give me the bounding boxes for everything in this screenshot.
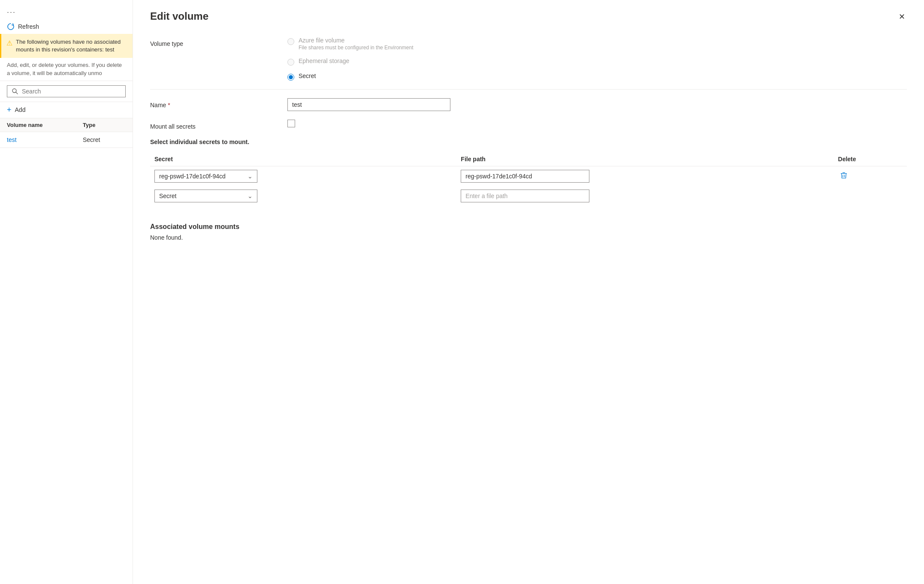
associated-section: Associated volume mounts None found. <box>150 223 907 241</box>
name-input[interactable] <box>287 98 450 111</box>
refresh-icon <box>7 23 15 30</box>
secrets-heading: Select individual secrets to mount. <box>150 138 907 145</box>
search-box <box>7 85 126 97</box>
secret-row-2: Secret ⌄ <box>150 186 907 206</box>
search-container <box>0 81 133 102</box>
file-path-input-2[interactable] <box>461 190 589 202</box>
mount-all-section: Mount all secrets <box>150 120 907 130</box>
panel-title: Edit volume <box>150 10 208 22</box>
right-panel: Edit volume ✕ Volume type Azure file vol… <box>133 0 924 584</box>
secrets-section: Select individual secrets to mount. Secr… <box>150 138 907 206</box>
add-label: Add <box>15 106 26 113</box>
name-controls <box>287 98 907 111</box>
add-icon: + <box>7 105 12 114</box>
add-button[interactable]: + Add <box>0 102 133 118</box>
secret-row-1: reg-pswd-17de1c0f-94cd ⌄ <box>150 166 907 187</box>
search-icon <box>12 88 18 95</box>
info-text: Add, edit, or delete your volumes. If yo… <box>0 58 133 81</box>
delete-button-1[interactable] <box>838 170 849 183</box>
mount-all-checkbox[interactable] <box>287 120 295 127</box>
search-input[interactable] <box>22 88 121 95</box>
refresh-button[interactable]: Refresh <box>0 19 133 34</box>
dropdown-arrow-2: ⌄ <box>248 193 253 199</box>
left-panel: ... Refresh ⚠ The following volumes have… <box>0 0 133 584</box>
table-header: Volume name Type <box>0 118 133 132</box>
breadcrumb-dots: ... <box>0 0 133 19</box>
close-button[interactable]: ✕ <box>897 10 907 23</box>
column-type: Type <box>83 122 126 128</box>
delete-icon-1 <box>840 172 848 179</box>
warning-icon: ⚠ <box>6 39 12 48</box>
associated-empty: None found. <box>150 234 907 241</box>
name-section: Name <box>150 98 907 111</box>
divider-1 <box>150 89 907 90</box>
secret-dropdown-1[interactable]: reg-pswd-17de1c0f-94cd ⌄ <box>154 170 257 183</box>
col-filepath-header: File path <box>456 152 833 166</box>
radio-azure[interactable] <box>287 38 294 45</box>
secret-dropdown-2-value: Secret <box>159 193 176 199</box>
radio-option-azure: Azure file volume File shares must be co… <box>287 37 907 51</box>
col-delete-header: Delete <box>834 152 907 166</box>
radio-secret[interactable] <box>287 74 294 81</box>
volume-type-section: Volume type Azure file volume File share… <box>150 37 907 81</box>
mount-all-label: Mount all secrets <box>150 120 287 130</box>
volume-type-cell: Secret <box>83 136 126 143</box>
svg-rect-2 <box>841 173 847 174</box>
radio-ephemeral-label: Ephemeral storage <box>299 57 349 64</box>
dropdown-arrow-1: ⌄ <box>248 173 253 180</box>
radio-option-ephemeral: Ephemeral storage <box>287 57 907 66</box>
radio-option-secret: Secret <box>287 72 907 81</box>
panel-header: Edit volume ✕ <box>150 10 907 23</box>
radio-azure-sublabel: File shares must be configured in the En… <box>299 45 413 51</box>
secret-dropdown-2[interactable]: Secret ⌄ <box>154 190 257 202</box>
volume-type-controls: Azure file volume File shares must be co… <box>287 37 907 81</box>
name-label: Name <box>150 98 287 108</box>
volume-type-label: Volume type <box>150 37 287 47</box>
table-row: test Secret <box>0 132 133 148</box>
col-secret-header: Secret <box>150 152 456 166</box>
warning-banner: ⚠ The following volumes have no associat… <box>0 34 133 58</box>
column-volume-name: Volume name <box>7 122 83 128</box>
file-path-input-1[interactable] <box>461 170 589 183</box>
radio-ephemeral[interactable] <box>287 59 294 66</box>
close-icon: ✕ <box>899 12 905 21</box>
radio-azure-label: Azure file volume <box>299 37 413 44</box>
volume-name-link[interactable]: test <box>7 136 17 143</box>
mount-all-controls <box>287 120 907 127</box>
secrets-table: Secret File path Delete reg-pswd-17de1c0… <box>150 152 907 206</box>
svg-line-1 <box>16 92 18 94</box>
radio-secret-label: Secret <box>299 72 316 79</box>
secret-dropdown-1-value: reg-pswd-17de1c0f-94cd <box>159 173 226 180</box>
refresh-label: Refresh <box>18 23 39 30</box>
svg-rect-3 <box>842 172 845 173</box>
associated-heading: Associated volume mounts <box>150 223 907 231</box>
warning-text: The following volumes have no associated… <box>16 38 127 54</box>
